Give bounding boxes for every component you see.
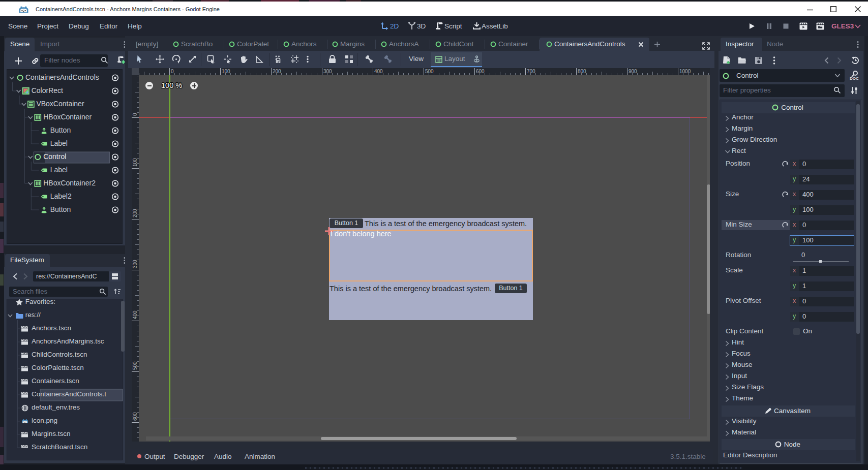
svg-text:400: 400	[374, 69, 383, 74]
svg-text:0: 0	[171, 69, 174, 74]
svg-text:200: 200	[132, 209, 138, 217]
svg-text:DOC: DOC	[850, 76, 859, 81]
svg-text:800: 800	[578, 69, 586, 74]
svg-text:200: 200	[273, 69, 281, 74]
svg-text:900: 900	[628, 69, 637, 74]
svg-text:300: 300	[323, 69, 332, 74]
svg-text:0: 0	[132, 113, 138, 116]
svg-text:100: 100	[222, 69, 230, 74]
svg-text:500: 500	[425, 69, 434, 74]
svg-text:600: 600	[476, 69, 485, 74]
svg-text:300: 300	[132, 260, 138, 268]
svg-text:700: 700	[527, 69, 535, 74]
svg-text:600: 600	[132, 412, 138, 421]
svg-text:500: 500	[132, 361, 138, 370]
svg-text:1000: 1000	[679, 69, 691, 74]
svg-text:400: 400	[132, 310, 138, 319]
svg-text:100: 100	[132, 158, 138, 167]
